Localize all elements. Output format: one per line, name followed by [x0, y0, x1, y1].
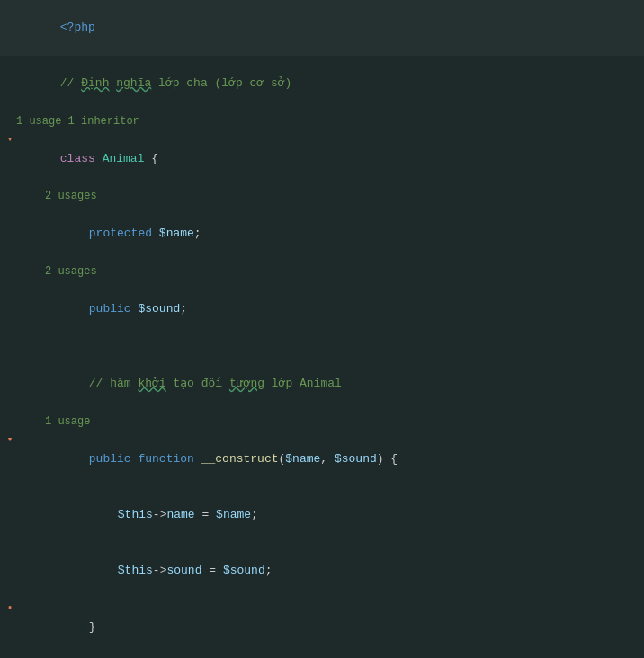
- code-close-construct: }: [16, 600, 640, 655]
- code-comment-construct: // hàm khởi tạo đối tượng lớp Animal: [16, 356, 640, 412]
- line-2: // Định nghĩa lớp cha (lớp cơ sở): [0, 56, 644, 111]
- code-this-name: $this->name = $name;: [16, 487, 640, 543]
- gutter-1: [4, 0, 16, 1]
- gutter-blank-1: [4, 338, 16, 339]
- line-close-construct: ▪ }: [0, 600, 644, 655]
- gutter-this-sound: [4, 544, 16, 545]
- meta-usage-inheritor: 1 usage 1 inheritor: [0, 112, 644, 131]
- gutter-comment-makesound: [4, 655, 16, 656]
- meta-name-usages: 2 usages: [0, 187, 644, 206]
- code-2: // Định nghĩa lớp cha (lớp cơ sở): [16, 56, 640, 111]
- line-public-sound: public $sound;: [0, 281, 644, 337]
- code-blank-1: [16, 338, 640, 357]
- gutter-close-construct: ▪: [4, 600, 16, 617]
- code-construct: public function __construct($name, $soun…: [16, 431, 640, 487]
- gutter-comment-construct: [4, 356, 16, 357]
- line-this-name: $this->name = $name;: [0, 487, 644, 543]
- code-this-sound: $this->sound = $sound;: [16, 544, 640, 600]
- line-1: <?php: [0, 0, 644, 56]
- line-blank-1: [0, 338, 644, 357]
- code-class-animal: class Animal {: [16, 131, 640, 187]
- line-protected-name: protected $name;: [0, 207, 644, 262]
- gutter-this-name: [4, 487, 16, 488]
- line-this-sound: $this->sound = $sound;: [0, 544, 644, 600]
- meta-construct-usage: 1 usage: [0, 413, 644, 431]
- line-construct: ▾ public function __construct($name, $so…: [0, 431, 644, 487]
- code-editor: <?php // Định nghĩa lớp cha (lớp cơ sở) …: [0, 0, 644, 658]
- meta-sound-usages: 2 usages: [0, 262, 644, 281]
- gutter-public-sound: [4, 281, 16, 282]
- gutter-protected: [4, 207, 16, 208]
- code-protected-name: protected $name;: [16, 207, 640, 262]
- code-public-sound: public $sound;: [16, 281, 640, 337]
- code-1: <?php: [16, 0, 640, 56]
- gutter-2: [4, 56, 16, 57]
- line-comment-construct: // hàm khởi tạo đối tượng lớp Animal: [0, 356, 644, 412]
- gutter-collapse-construct[interactable]: ▾: [4, 431, 16, 449]
- line-class-animal: ▾ class Animal {: [0, 131, 644, 187]
- gutter-collapse-animal[interactable]: ▾: [4, 131, 16, 148]
